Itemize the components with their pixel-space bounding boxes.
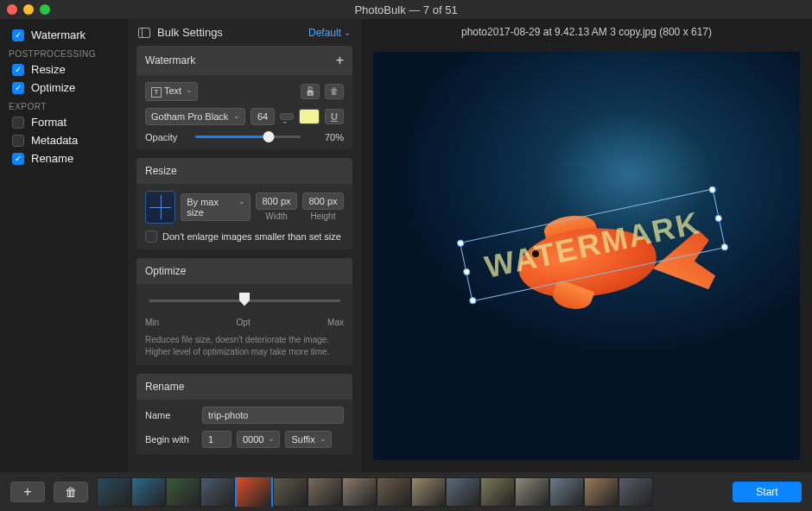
thumbnail[interactable] (273, 477, 308, 507)
sidebar-item-format[interactable]: Format (0, 113, 128, 131)
window-title: PhotoBulk — 7 of 51 (0, 3, 812, 16)
resize-handle[interactable] (708, 186, 716, 193)
bulk-settings-icon (138, 28, 150, 38)
thumbnail[interactable] (377, 477, 411, 507)
checkbox-icon[interactable] (12, 117, 24, 129)
height-label: Height (311, 211, 336, 221)
panel-title: Resize (145, 165, 177, 177)
watermark-type-select[interactable]: TText (145, 82, 198, 101)
preview-filename: photo2017-08-29 at 9.42.13 AM 3 copy.jpg… (361, 19, 812, 45)
panel-title: Optimize (145, 265, 186, 277)
remove-images-button[interactable]: 🗑 (54, 482, 88, 502)
sidebar-item-label: Rename (31, 152, 73, 165)
thumbnail[interactable] (549, 477, 584, 507)
thumbnail[interactable] (166, 477, 200, 507)
resize-handle[interactable] (720, 243, 728, 251)
zoom-window-button[interactable] (40, 4, 50, 15)
dont-enlarge-label: Don't enlarge images smaller than set si… (162, 231, 341, 242)
sidebar-item-rename[interactable]: Rename (0, 149, 128, 167)
slider-thumb-icon[interactable] (239, 293, 250, 306)
checkbox-icon[interactable] (12, 29, 24, 41)
digits-select[interactable]: 0000 (237, 431, 280, 448)
panel-rename: Rename Name trip-photo Begin with 1 0000… (136, 374, 352, 455)
thumbnail[interactable] (200, 477, 235, 507)
sidebar-item-optimize[interactable]: Optimize (0, 79, 128, 97)
trash-icon: 🗑 (65, 485, 77, 499)
preview-image[interactable]: WATERMARK (373, 52, 800, 460)
resize-handle[interactable] (468, 297, 476, 305)
font-select[interactable]: Gotham Pro Black (145, 108, 245, 125)
bottombar: + 🗑 Start (0, 472, 812, 511)
opacity-label: Opacity (145, 132, 187, 142)
checkbox-icon[interactable] (12, 82, 24, 94)
sidebar: Watermark POSTPROCESSING Resize Optimize… (0, 19, 128, 472)
settings-title: Bulk Settings (157, 26, 223, 39)
thumbnail[interactable] (619, 477, 653, 507)
thumbnail[interactable] (235, 477, 273, 507)
position-select[interactable]: Suffix (285, 431, 331, 448)
underline-button[interactable]: U (325, 109, 344, 124)
dimensions-icon (145, 191, 175, 224)
resize-handle[interactable] (456, 239, 464, 247)
width-input[interactable]: 800 px (256, 192, 297, 210)
begin-with-label: Begin with (145, 434, 197, 445)
start-button[interactable]: Start (733, 482, 802, 502)
thumbnail[interactable] (515, 477, 549, 507)
opt-min-label: Min (145, 318, 159, 327)
sidebar-item-watermark[interactable]: Watermark (0, 26, 128, 44)
dont-enlarge-checkbox[interactable] (145, 230, 157, 243)
name-input[interactable]: trip-photo (202, 407, 344, 424)
panel-resize: Resize By max size 800 px Width 800 px H… (136, 158, 352, 249)
add-watermark-icon[interactable]: + (336, 53, 344, 68)
plus-icon: + (23, 484, 31, 500)
optimize-hint: Reduces file size, doesn't deteriorate t… (145, 334, 344, 358)
close-window-button[interactable] (7, 4, 17, 15)
sidebar-item-label: Metadata (31, 134, 78, 147)
settings-panel: Bulk Settings Default Watermark + TText (128, 19, 361, 472)
name-label: Name (145, 410, 197, 420)
thumbnail[interactable] (97, 477, 131, 507)
opacity-slider[interactable] (195, 136, 301, 138)
preset-dropdown[interactable]: Default (308, 27, 351, 39)
font-size-stepper[interactable] (280, 113, 294, 120)
opt-opt-label: Opt (237, 318, 251, 327)
checkbox-icon[interactable] (12, 153, 24, 165)
thumbnail-strip[interactable] (97, 477, 724, 507)
thumbnail[interactable] (342, 477, 377, 507)
font-size-input[interactable]: 64 (251, 108, 275, 125)
lock-icon[interactable] (301, 84, 320, 99)
resize-handle[interactable] (714, 214, 722, 222)
sidebar-item-label: Resize (31, 63, 66, 76)
checkbox-icon[interactable] (12, 64, 24, 76)
panel-optimize: Optimize Min Opt Max Reduces file size, … (136, 258, 352, 365)
panel-title: Rename (145, 381, 184, 393)
thumbnail[interactable] (480, 477, 515, 507)
panel-title: Watermark (145, 54, 195, 66)
sidebar-item-label: Watermark (31, 28, 86, 41)
begin-with-input[interactable]: 1 (202, 431, 232, 448)
optimize-slider[interactable] (149, 300, 340, 302)
thumbnail[interactable] (584, 477, 619, 507)
preview-pane: photo2017-08-29 at 9.42.13 AM 3 copy.jpg… (361, 19, 812, 472)
settings-header: Bulk Settings Default (128, 19, 361, 46)
opt-max-label: Max (327, 318, 344, 327)
resize-mode-select[interactable]: By max size (181, 193, 251, 221)
thumbnail[interactable] (131, 477, 166, 507)
height-input[interactable]: 800 px (302, 192, 344, 210)
color-swatch[interactable] (299, 109, 320, 124)
sidebar-item-resize[interactable]: Resize (0, 60, 128, 79)
sidebar-item-label: Optimize (31, 81, 75, 94)
resize-handle[interactable] (462, 268, 470, 275)
sidebar-item-metadata[interactable]: Metadata (0, 131, 128, 149)
thumbnail[interactable] (446, 477, 480, 507)
thumbnail[interactable] (411, 477, 446, 507)
checkbox-icon[interactable] (12, 135, 24, 147)
minimize-window-button[interactable] (23, 4, 34, 15)
titlebar: PhotoBulk — 7 of 51 (0, 0, 812, 19)
thumbnail[interactable] (308, 477, 342, 507)
sidebar-item-label: Format (31, 116, 67, 129)
trash-icon[interactable] (325, 84, 344, 99)
add-images-button[interactable]: + (10, 482, 45, 502)
width-label: Width (265, 211, 288, 221)
window-controls (7, 4, 50, 15)
